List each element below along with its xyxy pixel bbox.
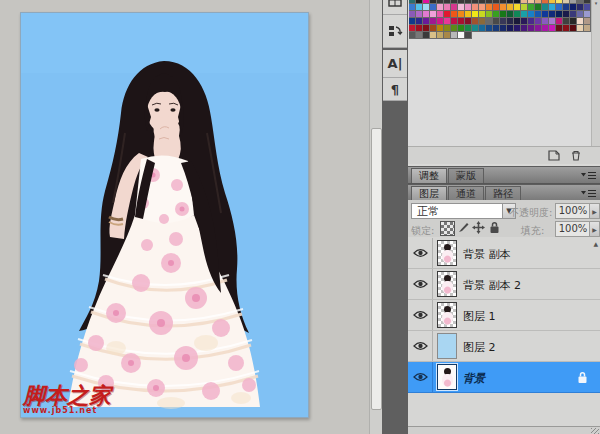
swatch[interactable] (528, 11, 534, 17)
layer-thumbnail[interactable] (437, 302, 457, 328)
swatch[interactable] (472, 18, 478, 24)
swatch[interactable] (542, 4, 548, 10)
swatch[interactable] (500, 25, 506, 31)
swatch[interactable] (451, 11, 457, 17)
swatch[interactable] (430, 11, 436, 17)
layer-name[interactable]: 图层 1 (463, 309, 496, 324)
swatch[interactable] (542, 25, 548, 31)
swatch[interactable] (437, 32, 443, 38)
layer-name[interactable]: 背景 副本 (463, 247, 511, 262)
swatch[interactable] (444, 18, 450, 24)
swatches-panel-icon[interactable] (383, 0, 407, 15)
visibility-toggle[interactable] (408, 269, 433, 299)
swatch[interactable] (444, 0, 450, 3)
swatch[interactable] (528, 25, 534, 31)
swatch[interactable] (521, 11, 527, 17)
swatch[interactable] (430, 4, 436, 10)
swatch[interactable] (479, 11, 485, 17)
swatch[interactable] (542, 11, 548, 17)
swatch[interactable] (444, 32, 450, 38)
layer-name[interactable]: 背景 (463, 371, 485, 386)
swatch[interactable] (409, 4, 415, 10)
lock-pixels-brush-icon[interactable] (457, 221, 470, 234)
swatch[interactable] (444, 25, 450, 31)
swatch[interactable] (437, 11, 443, 17)
swatch[interactable] (493, 25, 499, 31)
swatch[interactable] (549, 11, 555, 17)
swatch[interactable] (514, 4, 520, 10)
layer-row-layer-2[interactable]: 图层 2 (408, 331, 600, 362)
swatch[interactable] (423, 32, 429, 38)
swatch[interactable] (479, 25, 485, 31)
layer-row-bg-copy-2[interactable]: 背景 副本 2 (408, 269, 600, 300)
swatch[interactable] (563, 18, 569, 24)
tab-adjustments[interactable]: 调整 (411, 168, 447, 183)
trash-icon[interactable] (570, 150, 582, 161)
swatch[interactable] (584, 11, 590, 17)
lock-all-icon[interactable] (488, 221, 501, 234)
swatch[interactable] (507, 25, 513, 31)
swatch[interactable] (465, 11, 471, 17)
swatch[interactable] (430, 18, 436, 24)
swatch[interactable] (493, 18, 499, 24)
swatch[interactable] (556, 18, 562, 24)
swatch[interactable] (437, 25, 443, 31)
swatch[interactable] (521, 25, 527, 31)
swatch[interactable] (514, 25, 520, 31)
swatch[interactable] (423, 25, 429, 31)
swatch[interactable] (409, 18, 415, 24)
swatch[interactable] (423, 0, 429, 3)
swatch[interactable] (465, 32, 471, 38)
swatch[interactable] (486, 0, 492, 3)
blend-mode-select[interactable]: 正常 (411, 203, 503, 219)
swatch[interactable] (458, 11, 464, 17)
swatch[interactable] (528, 4, 534, 10)
swatch[interactable] (458, 4, 464, 10)
swatch[interactable] (444, 11, 450, 17)
lock-transparency-icon[interactable] (440, 221, 455, 236)
swatch[interactable] (563, 0, 569, 3)
swatch[interactable] (493, 4, 499, 10)
lock-position-move-icon[interactable] (472, 221, 485, 234)
swatch[interactable] (451, 32, 457, 38)
swatch[interactable] (423, 4, 429, 10)
swatch[interactable] (458, 0, 464, 3)
new-swatch-icon[interactable] (548, 150, 560, 161)
swatch[interactable] (465, 4, 471, 10)
swatch[interactable] (521, 18, 527, 24)
swatch[interactable] (479, 4, 485, 10)
tab-channels[interactable]: 通道 (448, 186, 484, 201)
panel-menu-icon[interactable] (581, 189, 597, 198)
tab-layers[interactable]: 图层 (411, 186, 447, 201)
swatch[interactable] (535, 4, 541, 10)
swatch[interactable] (528, 18, 534, 24)
swatch[interactable] (535, 18, 541, 24)
swatch[interactable] (451, 18, 457, 24)
document-canvas[interactable]: 脚本之家 www.jb51.net (20, 12, 309, 418)
swatch[interactable] (549, 4, 555, 10)
swatch[interactable] (507, 4, 513, 10)
visibility-toggle[interactable] (408, 362, 433, 392)
layer-thumbnail[interactable] (437, 364, 457, 390)
swatch[interactable] (577, 18, 583, 24)
swatch[interactable] (416, 0, 422, 3)
swatch[interactable] (423, 18, 429, 24)
swatch[interactable] (584, 0, 590, 3)
swatch[interactable] (514, 11, 520, 17)
swatch[interactable] (570, 0, 576, 3)
layer-row-bg-copy[interactable]: 背景 副本 (408, 238, 600, 269)
swatch[interactable] (549, 25, 555, 31)
layer-thumbnail[interactable] (437, 240, 457, 266)
swatch[interactable] (507, 0, 513, 3)
swatch[interactable] (409, 11, 415, 17)
layer-row-background-selected[interactable]: 背景 (408, 362, 600, 393)
swatch[interactable] (416, 25, 422, 31)
fill-arrow-icon[interactable]: ▶ (589, 221, 600, 237)
swatch[interactable] (500, 11, 506, 17)
swatch[interactable] (570, 25, 576, 31)
swatch[interactable] (409, 32, 415, 38)
swatch[interactable] (500, 0, 506, 3)
swatch[interactable] (416, 4, 422, 10)
swatch[interactable] (584, 4, 590, 10)
visibility-toggle[interactable] (408, 238, 433, 268)
